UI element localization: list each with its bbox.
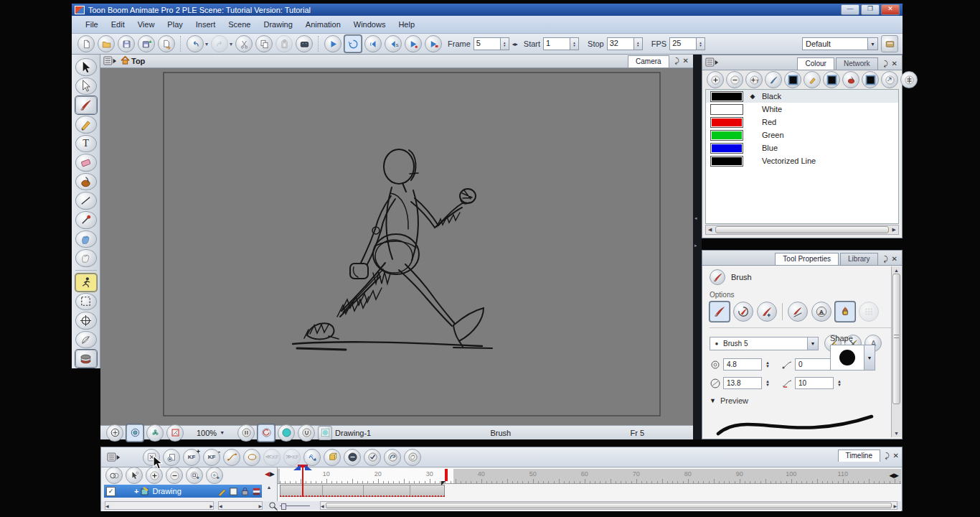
render-mode-toggle[interactable]: [258, 424, 275, 442]
workspace-select[interactable]: Default▼: [802, 37, 878, 50]
movie-button[interactable]: [296, 35, 313, 52]
layer-onion-skin-icon[interactable]: [229, 487, 238, 496]
add-colour-button[interactable]: [707, 71, 724, 88]
transform-tool[interactable]: [75, 293, 97, 311]
sound-scrubbing-button[interactable]: S: [385, 35, 402, 52]
timeline-zoom-slider[interactable]: [268, 501, 310, 511]
paint-colour-icon[interactable]: [842, 71, 859, 88]
panel-close-icon[interactable]: ✕: [892, 60, 897, 68]
pause-toggle[interactable]: [237, 424, 255, 442]
menu-scene[interactable]: Scene: [222, 18, 257, 31]
stop-frame-marker[interactable]: [445, 469, 448, 481]
colour-list-hscrollbar[interactable]: ◀▶: [705, 225, 899, 235]
opengl-view-toggle[interactable]: [278, 424, 295, 442]
delete-layer-button[interactable]: [166, 467, 183, 484]
tab-library[interactable]: Library: [840, 253, 878, 265]
cutter-tool[interactable]: [75, 78, 97, 96]
contour-smoothness-spinner[interactable]: ▲▼: [837, 380, 842, 387]
shape-dropdown[interactable]: ▼: [864, 345, 875, 371]
select-tool[interactable]: [75, 58, 97, 76]
panel-undock-icon[interactable]: ⤸: [884, 255, 888, 264]
brush-preset-select[interactable]: ● Brush 5 ▼: [710, 337, 819, 350]
colour-swatch[interactable]: [710, 156, 743, 167]
paint-colour-swatch[interactable]: [862, 71, 879, 88]
colour-row-vectorized-line[interactable]: Vectorized Line: [706, 154, 898, 167]
home-icon[interactable]: [121, 56, 130, 66]
add-effect-button[interactable]: +: [206, 467, 223, 484]
add-to-brush-option[interactable]: [757, 302, 777, 322]
playhead-left-flag[interactable]: [293, 465, 301, 470]
timeline-ruler[interactable]: 102030405060708090100110: [278, 469, 901, 484]
respect-protected-colour-option[interactable]: [835, 302, 855, 322]
vertical-splitter[interactable]: ◂ ▸: [693, 55, 702, 439]
tab-timeline[interactable]: Timeline: [838, 450, 880, 462]
brush-mode-option[interactable]: [710, 302, 730, 322]
layer-enable-checkbox[interactable]: ✓: [106, 487, 116, 496]
splitter-arrow-icon[interactable]: ▸: [694, 243, 700, 250]
colour-swatch[interactable]: [710, 143, 743, 154]
stop-motion-keyframe-button[interactable]: [243, 449, 260, 466]
onion-skin-range-button[interactable]: [384, 449, 401, 466]
frame-field[interactable]: 5▴▾: [473, 37, 509, 50]
save-all-button[interactable]: +: [138, 35, 155, 52]
menu-file[interactable]: File: [79, 18, 105, 31]
layer-list-hscrollbar[interactable]: ◀▶: [105, 501, 214, 510]
minimize-button[interactable]: —: [841, 4, 859, 15]
enable-onion-skin-button[interactable]: [105, 467, 123, 484]
colour-swatch[interactable]: [710, 91, 743, 102]
copy-button[interactable]: [255, 35, 273, 52]
reset-view-button[interactable]: [166, 424, 184, 442]
zoom-icon[interactable]: [106, 424, 123, 442]
colour-swatch[interactable]: [710, 117, 743, 128]
repaint-brush-option[interactable]: [733, 302, 753, 322]
brush-colour-swatch[interactable]: [784, 71, 801, 88]
menu-windows[interactable]: Windows: [347, 18, 392, 31]
workspace-manager-button[interactable]: [881, 35, 898, 52]
motion-keyframe-button[interactable]: [223, 449, 240, 466]
rotate-tool[interactable]: [75, 331, 97, 349]
paint-tool[interactable]: [75, 173, 97, 191]
timeline-hscrollbar[interactable]: ◀▶: [320, 501, 897, 510]
view-breadcrumb[interactable]: Top: [131, 57, 145, 65]
panel-close-icon[interactable]: ✕: [683, 57, 689, 65]
colour-row-green[interactable]: Green: [706, 129, 898, 141]
min-size-field[interactable]: 4.8: [723, 358, 762, 371]
pivot-toggle[interactable]: [146, 424, 164, 442]
grid-toggle[interactable]: [126, 424, 143, 442]
current-drawing-thumbnail[interactable]: [318, 426, 332, 440]
loop-button[interactable]: [344, 35, 362, 52]
cut-button[interactable]: [235, 35, 253, 52]
remove-keyframe-button[interactable]: KF-: [203, 449, 220, 466]
menu-drawing[interactable]: Drawing: [257, 18, 298, 31]
panel-close-icon[interactable]: ✕: [892, 255, 897, 264]
panel-undock-icon[interactable]: ⤸: [884, 60, 888, 68]
brush-tool[interactable]: [75, 96, 97, 114]
menu-insert[interactable]: Insert: [189, 18, 222, 31]
expand-layer-icon[interactable]: +: [134, 487, 138, 495]
zoom-level[interactable]: 100%: [197, 429, 217, 437]
eraser-tool[interactable]: [75, 154, 97, 172]
jog-frames-button[interactable]: [405, 35, 422, 52]
play-sound-button[interactable]: [364, 35, 382, 52]
play-button[interactable]: [324, 35, 341, 52]
set-exposure-button[interactable]: [364, 449, 381, 466]
contour-smoothness-field[interactable]: 10: [795, 377, 834, 389]
save-button[interactable]: [118, 35, 135, 52]
menu-play[interactable]: Play: [161, 18, 189, 31]
hand-tool[interactable]: [75, 249, 97, 267]
preview-collapse-icon[interactable]: ▼: [710, 397, 716, 404]
colour-row-black[interactable]: ◆Black: [706, 90, 898, 103]
play-range-button[interactable]: [425, 35, 442, 52]
pencil-colour-icon[interactable]: [804, 71, 821, 88]
timeline-splitter-icon[interactable]: ◀▶: [265, 470, 275, 478]
colour-swatch[interactable]: [710, 104, 743, 115]
export-button[interactable]: [158, 35, 175, 52]
panel-close-icon[interactable]: ✕: [893, 452, 899, 460]
next-keyframe-button[interactable]: ≫KF: [283, 449, 301, 466]
update-toggle[interactable]: [298, 424, 315, 442]
undo-button[interactable]: [187, 35, 204, 52]
frame-nav-icon[interactable]: ◂▸: [512, 41, 518, 47]
line-tool[interactable]: [75, 192, 97, 210]
onion-skin-toggle[interactable]: [75, 350, 97, 368]
layer-drawing-mode-icon[interactable]: [217, 487, 227, 496]
